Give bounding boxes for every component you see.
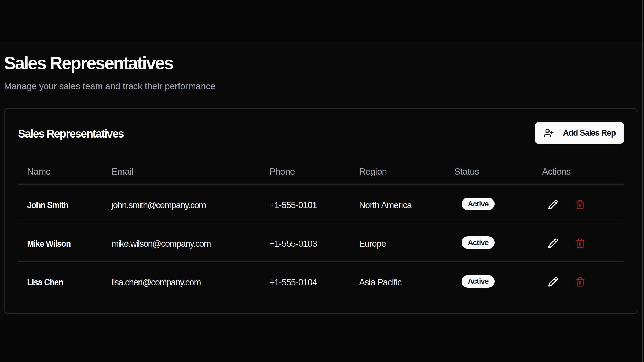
column-header-name: Name bbox=[18, 166, 102, 184]
rep-email-text: john.smith@company.com bbox=[111, 200, 206, 210]
rep-email: lisa.chen@company.com bbox=[102, 262, 260, 300]
trash-icon bbox=[575, 200, 585, 210]
rep-region-text: North America bbox=[359, 200, 412, 210]
rep-region: North America bbox=[350, 184, 445, 223]
rep-email: john.smith@company.com bbox=[102, 184, 260, 223]
rep-status-cell: Active bbox=[445, 223, 533, 262]
rep-name: Lisa Chen bbox=[18, 262, 102, 300]
delete-button[interactable] bbox=[575, 238, 585, 248]
rep-email-text: lisa.chen@company.com bbox=[111, 277, 201, 287]
rep-status-cell: Active bbox=[445, 184, 533, 223]
pencil-icon bbox=[548, 277, 558, 287]
rep-phone: +1-555-0104 bbox=[260, 262, 350, 300]
rep-region: Asia Pacific bbox=[350, 262, 445, 300]
rep-phone-text: +1-555-0103 bbox=[269, 239, 317, 249]
rep-phone: +1-555-0101 bbox=[260, 184, 350, 223]
user-plus-icon bbox=[544, 128, 554, 138]
column-header-phone: Phone bbox=[260, 166, 350, 184]
trash-icon bbox=[575, 277, 585, 287]
add-sales-rep-button[interactable]: Add Sales Rep bbox=[535, 122, 624, 144]
rep-email-text: mike.wilson@company.com bbox=[111, 239, 211, 249]
sales-reps-card: Sales Representatives Add Sales Rep bbox=[4, 108, 638, 314]
page-subtitle: Manage your sales team and track their p… bbox=[4, 80, 638, 92]
page-title: Sales Representatives bbox=[4, 52, 638, 74]
rep-name: John Smith bbox=[18, 184, 102, 223]
rep-region-text: Europe bbox=[359, 239, 386, 249]
scrollbar[interactable] bbox=[641, 0, 644, 362]
rep-phone: +1-555-0103 bbox=[260, 223, 350, 262]
row-actions bbox=[542, 200, 624, 210]
column-header-region: Region bbox=[350, 166, 445, 184]
status-badge: Active bbox=[462, 275, 495, 288]
table-header-row: Name Email Phone Region Status Actions bbox=[18, 166, 624, 184]
rep-status-cell: Active bbox=[445, 262, 533, 300]
pencil-icon bbox=[548, 238, 558, 248]
column-header-actions: Actions bbox=[533, 166, 624, 184]
rep-name-text: Mike Wilson bbox=[27, 239, 71, 249]
table-row: John Smith john.smith@company.com +1-555… bbox=[18, 184, 624, 223]
rep-region: Europe bbox=[350, 223, 445, 262]
edit-button[interactable] bbox=[548, 238, 558, 248]
scrollbar-thumb[interactable] bbox=[642, 0, 643, 362]
rep-phone-text: +1-555-0101 bbox=[269, 200, 317, 210]
status-badge: Active bbox=[462, 198, 495, 210]
card-header: Sales Representatives Add Sales Rep bbox=[18, 122, 624, 144]
delete-button[interactable] bbox=[575, 277, 585, 287]
delete-button[interactable] bbox=[575, 200, 585, 210]
row-actions bbox=[542, 277, 624, 287]
edit-button[interactable] bbox=[548, 277, 558, 287]
rep-actions-cell bbox=[533, 262, 624, 300]
rep-name: Mike Wilson bbox=[18, 223, 102, 262]
page: Sales Representatives Manage your sales … bbox=[0, 41, 644, 320]
edit-button[interactable] bbox=[548, 200, 558, 210]
sales-reps-table: Name Email Phone Region Status Actions J… bbox=[18, 166, 624, 300]
rep-name-text: Lisa Chen bbox=[27, 277, 63, 287]
card-title: Sales Representatives bbox=[18, 127, 123, 141]
column-header-status: Status bbox=[445, 166, 533, 184]
rep-phone-text: +1-555-0104 bbox=[269, 277, 317, 287]
rep-actions-cell bbox=[533, 184, 624, 223]
pencil-icon bbox=[548, 200, 558, 210]
row-actions bbox=[542, 238, 624, 248]
rep-actions-cell bbox=[533, 223, 624, 262]
rep-name-text: John Smith bbox=[27, 200, 68, 210]
rep-email: mike.wilson@company.com bbox=[102, 223, 260, 262]
rep-region-text: Asia Pacific bbox=[359, 277, 402, 287]
table-row: Mike Wilson mike.wilson@company.com +1-5… bbox=[18, 223, 624, 262]
add-sales-rep-label: Add Sales Rep bbox=[563, 128, 616, 138]
table-row: Lisa Chen lisa.chen@company.com +1-555-0… bbox=[18, 262, 624, 300]
column-header-email: Email bbox=[102, 166, 260, 184]
trash-icon bbox=[575, 238, 585, 248]
status-badge: Active bbox=[462, 236, 495, 249]
